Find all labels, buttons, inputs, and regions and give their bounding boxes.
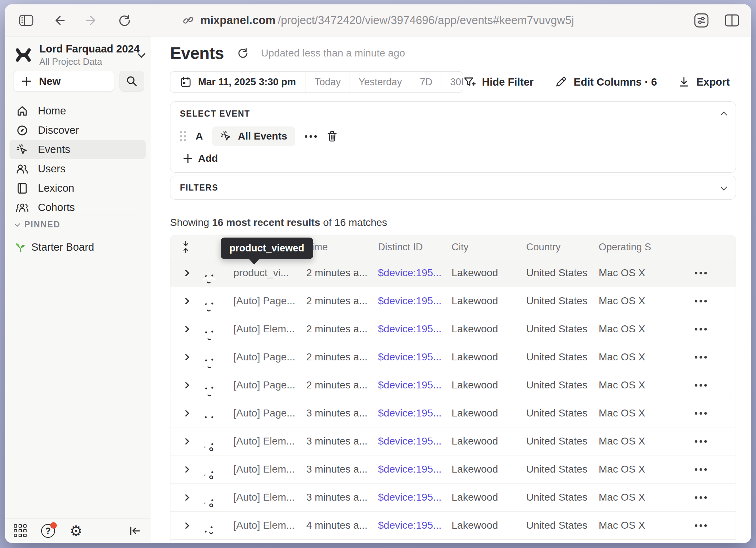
more-options-icon[interactable] bbox=[305, 135, 317, 138]
distinct-id-link[interactable]: $device:195... bbox=[378, 463, 452, 475]
browser-sidebar-toggle-icon[interactable] bbox=[18, 12, 34, 28]
back-icon[interactable] bbox=[51, 12, 67, 28]
export-button[interactable]: Export bbox=[678, 76, 730, 88]
gear-icon[interactable]: ⚙ bbox=[70, 524, 83, 538]
sidebar-item-starter-board[interactable]: Starter Board bbox=[15, 241, 94, 253]
notification-dot bbox=[50, 522, 57, 529]
date-range-control: Mar 11, 2025 3:30 pm Today Yesterday 7D … bbox=[170, 71, 463, 93]
table-row[interactable]: [Auto] Page... 2 minutes a... $device:19… bbox=[170, 287, 736, 315]
country: United States bbox=[526, 323, 599, 335]
page-settings-icon[interactable] bbox=[693, 12, 709, 28]
collapse-section-icon[interactable] bbox=[720, 111, 727, 118]
row-actions-icon[interactable] bbox=[666, 300, 736, 302]
expand-row-icon[interactable] bbox=[182, 494, 189, 501]
row-actions-icon[interactable] bbox=[666, 384, 736, 387]
drag-handle-icon[interactable] bbox=[180, 131, 186, 141]
event-time: 2 minutes a... bbox=[306, 267, 378, 279]
address-bar[interactable]: mixpanel.com/project/3472420/view/397469… bbox=[182, 4, 574, 36]
plus-icon bbox=[22, 77, 31, 86]
event-selector[interactable]: All Events bbox=[212, 126, 295, 146]
distinct-id-link[interactable]: $device:195... bbox=[378, 520, 452, 531]
refresh-icon[interactable] bbox=[236, 47, 249, 59]
expand-row-icon[interactable] bbox=[182, 438, 189, 445]
row-actions-icon[interactable] bbox=[666, 440, 736, 443]
collapse-sidebar-icon[interactable] bbox=[129, 525, 141, 536]
distinct-id-link[interactable]: $device:195... bbox=[378, 435, 452, 447]
distinct-id-link[interactable]: $device:195... bbox=[378, 295, 452, 307]
row-actions-icon[interactable] bbox=[666, 412, 736, 415]
tooltip-arrow bbox=[249, 259, 259, 265]
table-row[interactable]: [Auto] Page... 3 minutes a... $device:19… bbox=[170, 399, 736, 427]
filters-panel[interactable]: FILTERS bbox=[170, 176, 736, 200]
forward-icon[interactable] bbox=[84, 12, 100, 28]
distinct-id-link[interactable]: $device:195... bbox=[378, 492, 452, 503]
sort-icon[interactable] bbox=[183, 241, 189, 253]
column-header-country[interactable]: Country bbox=[526, 242, 599, 253]
table-row[interactable] bbox=[170, 539, 736, 543]
range-yesterday[interactable]: Yesterday bbox=[350, 72, 411, 92]
expand-row-icon[interactable] bbox=[182, 410, 189, 416]
expand-row-icon[interactable] bbox=[182, 298, 189, 304]
expand-row-icon[interactable] bbox=[182, 522, 189, 529]
project-switcher[interactable]: Lord Farquaad 2024 All Project Data bbox=[14, 43, 144, 67]
row-actions-icon[interactable] bbox=[666, 328, 736, 330]
country: United States bbox=[526, 492, 599, 503]
row-actions-icon[interactable] bbox=[666, 468, 736, 471]
add-event-button[interactable]: Add bbox=[184, 153, 218, 164]
sidebar-item-discover[interactable]: Discover bbox=[9, 121, 146, 140]
row-actions-icon[interactable] bbox=[666, 356, 736, 359]
row-actions-icon[interactable] bbox=[666, 272, 736, 274]
row-actions-icon[interactable] bbox=[666, 524, 736, 527]
new-button[interactable]: New bbox=[13, 71, 114, 92]
range-7d[interactable]: 7D bbox=[411, 72, 441, 92]
column-header-time[interactable]: Time bbox=[306, 242, 378, 253]
table-row[interactable]: [Auto] Elem... 2 minutes a... $device:19… bbox=[170, 315, 736, 343]
plus-icon bbox=[184, 154, 192, 163]
table-row[interactable]: [Auto] Elem... 4 minutes a... $device:19… bbox=[170, 511, 736, 539]
search-button[interactable] bbox=[119, 71, 144, 92]
column-header-os[interactable]: Operating S bbox=[599, 242, 666, 253]
event-avatar bbox=[201, 411, 233, 427]
sidebar-item-home[interactable]: Home bbox=[9, 101, 146, 121]
country: United States bbox=[526, 351, 599, 363]
column-header-city[interactable]: City bbox=[452, 242, 526, 253]
reload-icon[interactable] bbox=[117, 12, 133, 28]
expand-row-icon[interactable] bbox=[182, 270, 189, 276]
country: United States bbox=[526, 407, 599, 419]
expand-row-icon[interactable] bbox=[182, 326, 189, 332]
apps-grid-icon[interactable] bbox=[14, 524, 27, 537]
table-row[interactable]: [Auto] Elem... 3 minutes a... $device:19… bbox=[170, 483, 736, 511]
date-picker[interactable]: Mar 11, 2025 3:30 pm bbox=[170, 72, 306, 92]
sidebar-item-lexicon[interactable]: Lexicon bbox=[9, 179, 146, 198]
hide-filter-button[interactable]: Hide Filter bbox=[463, 76, 534, 88]
split-view-icon[interactable] bbox=[724, 12, 740, 28]
sidebar-item-users[interactable]: Users bbox=[9, 159, 146, 179]
expand-row-icon[interactable] bbox=[182, 354, 189, 360]
table-row[interactable]: [Auto] Elem... 3 minutes a... $device:19… bbox=[170, 455, 736, 483]
trash-icon[interactable] bbox=[326, 130, 338, 142]
edit-columns-button[interactable]: Edit Columns · 6 bbox=[555, 76, 657, 88]
table-row[interactable]: [Auto] Page... 2 minutes a... $device:19… bbox=[170, 343, 736, 371]
expand-row-icon[interactable] bbox=[182, 382, 189, 388]
event-name: [Auto] Page... bbox=[233, 351, 306, 363]
expand-section-icon[interactable] bbox=[720, 184, 727, 190]
sidebar-item-cohorts[interactable]: Cohorts bbox=[9, 198, 146, 217]
distinct-id-link[interactable]: $device:195... bbox=[378, 351, 452, 363]
distinct-id-link[interactable]: $device:195... bbox=[378, 323, 452, 335]
range-today[interactable]: Today bbox=[306, 72, 350, 92]
help-icon[interactable]: ? bbox=[41, 524, 55, 538]
table-row[interactable]: [Auto] Page... 2 minutes a... $device:19… bbox=[170, 371, 736, 399]
table-row[interactable]: [Auto] Elem... 3 minutes a... $device:19… bbox=[170, 427, 736, 455]
project-subtitle: All Project Data bbox=[39, 56, 132, 67]
expand-row-icon[interactable] bbox=[182, 466, 189, 473]
pinned-section-header[interactable]: PINNED bbox=[15, 220, 60, 230]
range-30d[interactable]: 30D bbox=[441, 72, 463, 92]
sidebar-item-events[interactable]: Events bbox=[9, 140, 146, 159]
main-content: Events Updated less than a minute ago Ma… bbox=[150, 36, 751, 543]
distinct-id-link[interactable]: $device:195... bbox=[378, 267, 452, 279]
distinct-id-link[interactable]: $device:195... bbox=[378, 407, 452, 419]
event-name: [Auto] Page... bbox=[233, 379, 306, 391]
distinct-id-link[interactable]: $device:195... bbox=[378, 379, 452, 391]
row-actions-icon[interactable] bbox=[666, 496, 736, 499]
column-header-distinct-id[interactable]: Distinct ID bbox=[378, 242, 452, 253]
